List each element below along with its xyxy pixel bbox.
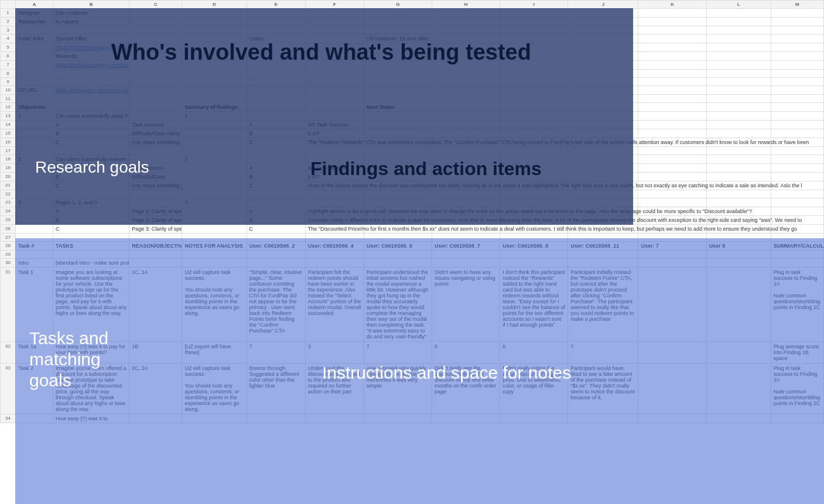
cell-M13[interactable] [771,112,823,121]
cell-L4[interactable] [706,35,771,43]
cell-E30[interactable] [247,259,305,268]
cell-H28[interactable]: User: C6619S66_7 [432,242,500,251]
cell-J22[interactable] [568,190,638,198]
cell-K4[interactable] [638,35,706,43]
cell-J10[interactable] [568,86,638,95]
cell-A7[interactable] [16,61,53,70]
col-B[interactable]: B [53,1,129,9]
cell-J34[interactable] [568,414,638,423]
col-H[interactable]: H [432,1,500,9]
cell-E2[interactable] [247,18,305,26]
cell-K10[interactable] [638,86,706,95]
row-3[interactable]: 3 [1,26,16,35]
cell-B16[interactable]: C [53,138,129,147]
cell-F17[interactable] [305,147,364,155]
cell-D34[interactable] [182,414,247,423]
cell-J14[interactable] [568,121,638,129]
cell-J7[interactable] [568,61,638,70]
cell-H3[interactable] [432,26,500,35]
cell-L31[interactable] [706,268,771,342]
cell-F23[interactable] [305,198,364,207]
row-32[interactable]: 32 [1,342,16,364]
cell-J29[interactable] [568,251,638,259]
cell-H8[interactable] [432,70,500,78]
cell-G11[interactable] [364,95,432,103]
cell-G32[interactable]: 7 [364,342,432,364]
cell-A23[interactable]: 3 [16,198,53,207]
cell-F14[interactable]: 8/8 Task Success [305,121,364,129]
cell-L8[interactable] [706,70,771,78]
cell-G3[interactable] [364,26,432,35]
cell-D15[interactable] [182,129,247,138]
cell-C12[interactable] [129,103,182,112]
cell-K6[interactable] [638,52,706,61]
row-10[interactable]: 10 [1,86,16,95]
row-34[interactable]: 34 [1,414,16,423]
cell-B2[interactable]: Ki Aguero [53,18,129,26]
cell-L23[interactable] [706,198,771,207]
cell-E15[interactable]: B [247,129,305,138]
cell-A12[interactable]: Objectives: [16,103,53,112]
cell-L3[interactable] [706,26,771,35]
cell-K33[interactable] [638,364,706,414]
cell-E33[interactable]: Breeze through. Suggested a different co… [247,364,305,414]
cell-J27[interactable] [568,234,638,242]
row-8[interactable]: 8 [1,70,16,78]
cell-M31[interactable]: Plug in task success to Finding 1ANote c… [771,268,823,342]
cell-J31[interactable]: Participant initially missed the "Redeem… [568,268,638,342]
cell-I15[interactable] [500,129,568,138]
cell-D10[interactable] [182,86,247,95]
cell-M11[interactable] [771,95,823,103]
cell-M33[interactable]: Plug in task success to Finding 2ANote c… [771,364,823,414]
cell-K13[interactable] [638,112,706,121]
cell-F22[interactable] [305,190,364,198]
cell-F32[interactable]: 3 [305,342,364,364]
cell-B25[interactable]: B [53,216,129,225]
col-E[interactable]: E [247,1,305,9]
cell-E9[interactable] [247,78,305,86]
cell-J8[interactable] [568,70,638,78]
cell-D9[interactable] [182,78,247,86]
cell-D13[interactable]: 1 [182,112,247,121]
cell-E16[interactable]: C [247,138,305,147]
cell-L11[interactable] [706,95,771,103]
row-12[interactable]: 12 [1,103,16,112]
cell-B14[interactable]: A [53,121,129,129]
cell-B12[interactable] [53,103,129,112]
cell-G10[interactable] [364,86,432,95]
row-28[interactable]: 28 [1,242,16,251]
cell-G9[interactable] [364,78,432,86]
cell-B28[interactable]: TASKS [53,242,129,251]
cell-F11[interactable] [305,95,364,103]
cell-E27[interactable] [247,234,305,242]
row-19[interactable]: 19 [1,164,16,173]
cell-G27[interactable] [364,234,432,242]
row-21[interactable]: 21 [1,181,16,190]
cell-J20[interactable] [568,173,638,181]
cell-K23[interactable] [638,198,706,207]
cell-H22[interactable] [432,190,500,198]
cell-F13[interactable] [305,112,364,121]
row-29[interactable]: 29 [1,251,16,259]
cell-L14[interactable] [706,121,771,129]
cell-E18[interactable] [247,155,305,164]
cell-J9[interactable] [568,78,638,86]
cell-F8[interactable] [305,70,364,78]
cell-M17[interactable] [771,147,823,155]
cell-F24[interactable]: Highlight seems to be a good call. Howev… [305,207,364,216]
cell-I2[interactable] [500,18,568,26]
cell-C3[interactable] [129,26,182,35]
cell-E32[interactable]: 7 [247,342,305,364]
row-33[interactable]: 33 [1,364,16,414]
cell-L30[interactable] [706,259,771,268]
cell-M24[interactable] [771,207,823,216]
cell-K9[interactable] [638,78,706,86]
cell-A5[interactable] [16,43,53,52]
row-18[interactable]: 18 [1,155,16,164]
cell-D3[interactable] [182,26,247,35]
cell-J6[interactable] [568,52,638,61]
cell-H27[interactable] [432,234,500,242]
cell-H11[interactable] [432,95,500,103]
cell-E29[interactable] [247,251,305,259]
cell-G22[interactable] [364,190,432,198]
